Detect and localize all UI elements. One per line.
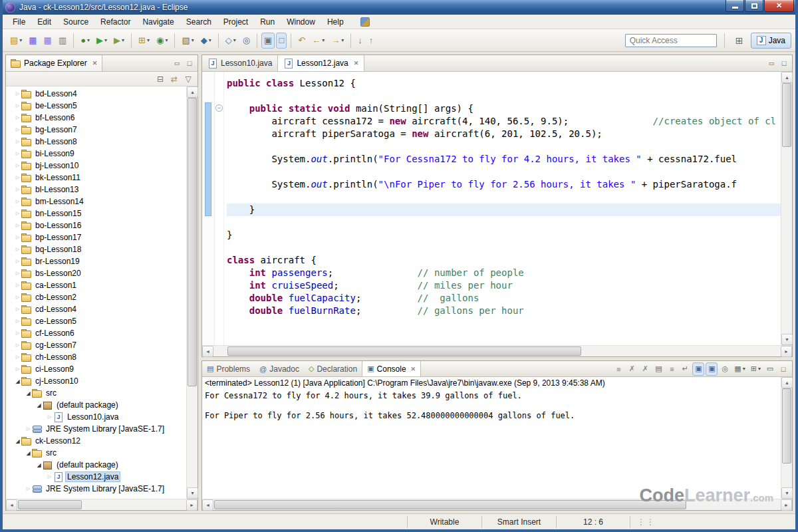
scroll-thumb[interactable] — [18, 500, 82, 509]
new-class-button[interactable]: ◉▾ — [154, 33, 170, 49]
tree-collapsed-icon[interactable]: ▷ — [14, 223, 21, 228]
pin-console-button[interactable]: ◎ — [719, 362, 731, 376]
tree-item[interactable]: ▷bo-Lesson16 — [6, 219, 186, 231]
scroll-left-icon[interactable] — [202, 499, 213, 511]
tree-collapsed-icon[interactable]: ▷ — [25, 486, 32, 491]
editor-tab-lesson10-java[interactable]: Lesson10.java — [202, 55, 278, 71]
scroll-up-icon[interactable] — [187, 86, 198, 98]
minimize-view-button[interactable]: ▭ — [764, 362, 776, 376]
tree-item[interactable]: ▷cg-Lesson7 — [6, 339, 186, 351]
collapse-fold-icon[interactable] — [215, 104, 223, 112]
open-console-button[interactable]: ⊞▾ — [749, 362, 763, 376]
tree-collapsed-icon[interactable]: ▷ — [14, 319, 21, 324]
title-bar[interactable]: Java - ck-Lesson12/src/Lesson12.java - E… — [3, 0, 795, 15]
scroll-thumb[interactable] — [227, 346, 581, 356]
tree-item[interactable]: ◢(default package) — [6, 399, 186, 411]
tree-item[interactable]: ▷JRE System Library [JavaSE-1.7] — [6, 423, 186, 435]
tree-collapsed-icon[interactable]: ▷ — [14, 91, 21, 96]
tree-expanded-icon[interactable]: ◢ — [25, 450, 32, 456]
menu-item-window[interactable]: Window — [281, 15, 321, 29]
editor-vertical-scrollbar[interactable] — [781, 72, 792, 345]
tree-collapsed-icon[interactable]: ▷ — [14, 259, 21, 264]
tree-item[interactable]: ▷Lesson12.java — [6, 471, 186, 483]
tree-item[interactable]: ▷bg-Lesson7 — [6, 124, 186, 136]
open-perspective-button[interactable] — [732, 33, 747, 48]
close-icon[interactable] — [354, 60, 359, 66]
tree-item[interactable]: ▷ch-Lesson8 — [6, 351, 186, 363]
package-explorer-tree[interactable]: ▷bd-Lesson4▷be-Lesson5▷bf-Lesson6▷bg-Les… — [6, 86, 186, 499]
scroll-up-icon[interactable] — [781, 377, 793, 388]
tree-collapsed-icon[interactable]: ▷ — [25, 426, 32, 432]
scroll-up-icon[interactable] — [781, 72, 793, 83]
show-stdout-button[interactable]: ▣ — [692, 362, 704, 376]
explorer-horizontal-scrollbar[interactable] — [6, 499, 198, 510]
maximize-view-icon[interactable] — [779, 58, 789, 68]
tree-item[interactable]: ▷be-Lesson5 — [6, 100, 186, 112]
menu-item-source[interactable]: Source — [57, 15, 94, 29]
console-tab-javadoc[interactable]: @Javadoc — [255, 361, 304, 376]
display-console-button[interactable]: ▦▾ — [732, 362, 747, 376]
tree-item[interactable]: ▷bi-Lesson9 — [6, 148, 186, 160]
remove-launch-button[interactable]: ✗ — [626, 362, 638, 376]
tree-item[interactable]: ▷ca-Lesson1 — [6, 279, 186, 291]
tree-expanded-icon[interactable]: ◢ — [35, 402, 43, 408]
tree-item[interactable]: ▷bs-Lesson20 — [6, 267, 186, 279]
menu-item-search[interactable]: Search — [180, 15, 217, 29]
external-tools-button[interactable]: ▶▾ — [111, 33, 127, 49]
console-tab-problems[interactable]: ▤Problems — [202, 361, 255, 376]
tree-collapsed-icon[interactable]: ▷ — [14, 354, 21, 360]
link-with-editor-button[interactable]: ⇄ — [168, 73, 180, 85]
remove-all-launches-button[interactable]: ✗ — [639, 362, 651, 376]
maximize-view-icon[interactable] — [184, 58, 195, 68]
tree-item[interactable]: ▷ci-Lesson9 — [6, 363, 186, 375]
save-button[interactable]: ▦ — [26, 33, 39, 49]
tree-item[interactable]: ▷ce-Lesson5 — [6, 315, 186, 327]
tree-collapsed-icon[interactable]: ▷ — [14, 175, 21, 180]
tree-collapsed-icon[interactable]: ▷ — [14, 103, 21, 108]
forward-button[interactable]: →▾ — [329, 33, 346, 49]
tree-collapsed-icon[interactable]: ▷ — [14, 187, 21, 192]
quick-access-input[interactable]: Quick Access — [625, 34, 717, 47]
clear-console-button[interactable]: ▤ — [652, 362, 664, 376]
word-wrap-button[interactable]: ↵ — [679, 362, 691, 376]
menu-extra-icon[interactable] — [360, 17, 370, 27]
tree-item[interactable]: ▷cf-Lesson6 — [6, 327, 186, 339]
scroll-left-icon[interactable] — [6, 499, 17, 511]
menu-item-file[interactable]: File — [7, 15, 31, 29]
scroll-lock-button[interactable]: ≡ — [666, 362, 678, 376]
tree-item[interactable]: ▷bk-Lesson11 — [6, 172, 186, 184]
tree-collapsed-icon[interactable]: ▷ — [14, 163, 21, 168]
last-edit-location-button[interactable]: ↶ — [295, 33, 308, 49]
tree-item[interactable]: ▷bh-Lesson8 — [6, 136, 186, 148]
menu-item-run[interactable]: Run — [254, 15, 281, 29]
print-button[interactable]: ▥ — [56, 33, 69, 49]
tree-item[interactable]: ◢ck-Lesson12 — [6, 435, 186, 447]
editor-horizontal-scrollbar[interactable] — [202, 345, 792, 356]
tree-item[interactable]: ▷bp-Lesson17 — [6, 231, 186, 243]
tree-collapsed-icon[interactable]: ▷ — [14, 139, 21, 144]
menu-item-help[interactable]: Help — [321, 15, 350, 29]
minimize-button[interactable] — [726, 0, 744, 12]
editor-gutter[interactable] — [202, 72, 215, 345]
tree-item[interactable]: ◢(default package) — [6, 459, 186, 471]
save-all-button[interactable]: ▦ — [41, 33, 55, 49]
folding-column[interactable] — [215, 72, 224, 345]
console-tab-declaration[interactable]: ◇Declaration — [304, 361, 362, 376]
tree-item[interactable]: ▷Lesson10.java — [6, 411, 186, 423]
tree-item[interactable]: ▷bd-Lesson4 — [6, 88, 186, 100]
tree-collapsed-icon[interactable]: ▷ — [14, 331, 21, 336]
menu-item-project[interactable]: Project — [217, 15, 254, 29]
previous-annotation-button[interactable]: ↑ — [366, 33, 376, 49]
tree-item[interactable]: ▷JRE System Library [JavaSE-1.7] — [6, 483, 186, 495]
explorer-vertical-scrollbar[interactable] — [186, 86, 198, 499]
menu-item-navigate[interactable]: Navigate — [136, 15, 180, 29]
close-button[interactable] — [764, 0, 794, 12]
tree-item[interactable]: ▷bj-Lesson10 — [6, 160, 186, 172]
tree-item[interactable]: ▷cb-Lesson2 — [6, 291, 186, 303]
search-button[interactable]: ◎ — [240, 33, 253, 49]
tree-expanded-icon[interactable]: ◢ — [25, 390, 32, 396]
tree-collapsed-icon[interactable]: ▷ — [14, 366, 21, 372]
maximize-button[interactable] — [745, 0, 763, 12]
scroll-thumb[interactable] — [214, 500, 686, 509]
tree-item[interactable]: ▷bq-Lesson18 — [6, 243, 186, 255]
